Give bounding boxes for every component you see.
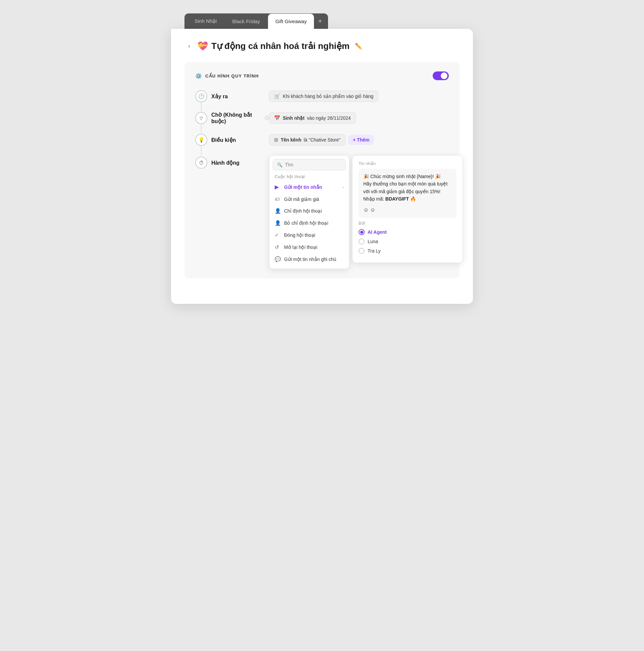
radio-ai-agent [359, 229, 365, 235]
chevron-right-icon: › [342, 185, 344, 189]
agent-option-luna[interactable]: Luna [359, 239, 457, 245]
message-emoji-row: ☺ ☺ [363, 206, 452, 214]
reopen-icon: ↺ [275, 244, 281, 250]
section-title-row: ⚙️ CẤU HÌNH QUY TRÌNH [195, 73, 259, 79]
message-bubble: 🎉 Chúc mừng sinh nhật {Name}! 🎉 Hãy thưở… [359, 169, 457, 218]
connector-line-1 [201, 102, 202, 112]
chip-text-xay-ra: Khi khách hàng bỏ sản phẩm vào giỏ hàng [283, 94, 373, 99]
by-label: Bởi [359, 221, 457, 226]
agent-label-luna: Luna [368, 239, 378, 244]
tab-black-friday[interactable]: Black Friday [225, 14, 268, 29]
dropdown-item-label-chi-dinh: Chỉ định hội thoại [284, 208, 322, 214]
message-label: Tin nhắn [359, 161, 457, 166]
chip-xay-ra[interactable]: 🛒 Khi khách hàng bỏ sản phẩm vào giỏ hàn… [269, 91, 378, 102]
chip-dieu-kien[interactable]: ⊞ Tên kênh là "Chative Store" [269, 134, 345, 146]
row-left-xay-ra: 🕐 Xảy ra [195, 90, 269, 102]
row-cho: ▽ Chờ (Không bắt buộc) ⓘ 📅 Sinh nhật vào… [195, 112, 449, 124]
page-title: Tự động cá nhân hoá trải nghiệm [211, 41, 349, 51]
dropdown-item-mo-lai[interactable]: ↺ Mở lại hội thoại [269, 241, 349, 253]
chip-icon-dieu-kien: ⊞ [274, 137, 278, 143]
main-card: ‹ 💝 Tự động cá nhân hoá trải nghiệm ✏️ ⚙… [171, 29, 473, 304]
back-button[interactable]: ‹ [184, 41, 194, 51]
close-convo-icon: ✓ [275, 232, 281, 238]
info-icon-cho: ⓘ [265, 115, 269, 121]
radio-luna [359, 239, 365, 245]
dropdown-item-bo-chi-dinh[interactable]: 👤 Bỏ chỉ định hội thoại [269, 217, 349, 229]
dropdown-item-label-dong: Đóng hội thoại [284, 232, 315, 238]
row-label-dieu-kien: Điều kiện [211, 137, 236, 143]
tab-gift-giveaway[interactable]: Gift Giveaway [268, 14, 314, 29]
unassign-icon: 👤 [275, 220, 281, 226]
chip-suffix-cho: vào ngày 26/11/2024 [307, 115, 351, 121]
row-dieu-kien: 💡 Điều kiện ⊞ Tên kênh là "Chative Store… [195, 134, 449, 146]
dropdown-item-gui-ma[interactable]: 🏷 Gửi mã giảm giá [269, 193, 349, 205]
add-condition-button[interactable]: + Thêm [348, 135, 374, 145]
dropdown-item-gui-tin[interactable]: ▶ Gửi một tin nhắn › [269, 181, 349, 193]
edit-icon[interactable]: ✏️ [355, 42, 362, 50]
agent-label-tra-ly: Tra Ly [368, 248, 381, 253]
dropdown-item-chi-dinh[interactable]: 👤 Chỉ định hội thoại [269, 205, 349, 217]
message-panel: Tin nhắn 🎉 Chúc mừng sinh nhật {Name}! 🎉… [352, 155, 463, 263]
agent-option-ai[interactable]: AI Agent [359, 229, 457, 235]
connector-line-3 [201, 146, 202, 155]
coupon-code: BDAYGIFT [386, 196, 409, 202]
dropdown-item-label-gui-ma: Gửi mã giảm giá [284, 196, 319, 202]
emoji-smile-1: ☺ [363, 206, 369, 214]
dropdown-group-label: Cuộc hội thoại [269, 173, 349, 181]
tab-bar: Sinh Nhật Black Friday Gift Giveaway + [184, 13, 328, 29]
settings-icon: ⚙️ [195, 73, 202, 79]
dropdown-item-dong[interactable]: ✓ Đóng hội thoại [269, 229, 349, 241]
row-icon-dieu-kien: 💡 [195, 134, 207, 146]
row-icon-hanh-dong: ⏱ [195, 157, 207, 169]
page-emoji: 💝 [197, 41, 208, 51]
radio-tra-ly [359, 248, 365, 254]
assign-icon: 👤 [275, 208, 281, 214]
row-left-cho: ▽ Chờ (Không bắt buộc) ⓘ [195, 112, 269, 124]
config-section: ⚙️ CẤU HÌNH QUY TRÌNH 🕐 Xảy ra 🛒 Khi khá… [184, 62, 460, 278]
coupon-icon: 🏷 [275, 196, 281, 202]
page-header: ‹ 💝 Tự động cá nhân hoá trải nghiệm ✏️ [184, 41, 460, 51]
row-icon-cho: ▽ [195, 112, 207, 124]
agent-option-tra-ly[interactable]: Tra Ly [359, 248, 457, 254]
dropdown-search-wrap: 🔍 [273, 159, 346, 170]
row-icon-xay-ra: 🕐 [195, 90, 207, 102]
chip-prefix-cho: Sinh nhật [283, 115, 305, 121]
search-icon: 🔍 [277, 162, 282, 167]
dropdown-item-label-mo-lai: Mở lại hội thoại [284, 245, 317, 250]
dropdown-item-label-gui-ghi-chu: Gửi một tin nhắn ghi chú [284, 256, 336, 262]
row-label-hanh-dong: Hành động [211, 160, 240, 166]
dropdown-item-label-gui-tin: Gửi một tin nhắn [284, 184, 322, 190]
row-xay-ra: 🕐 Xảy ra 🛒 Khi khách hàng bỏ sản phẩm và… [195, 90, 449, 102]
row-left-dieu-kien: 💡 Điều kiện [195, 134, 269, 146]
chip-icon-xay-ra: 🛒 [274, 93, 280, 99]
row-left-hanh-dong: ⏱ Hành động [195, 155, 269, 169]
action-dropdown: 🔍 Cuộc hội thoại ▶ Gửi một tin nhắn › 🏷 … [269, 155, 349, 269]
tab-add-button[interactable]: + [315, 16, 325, 27]
chip-prefix-dieu-kien: Tên kênh [281, 137, 301, 143]
row-hanh-dong: ⏱ Hành động 🔍 Cuộc hội thoại ▶ [195, 155, 449, 269]
send-message-icon: ▶ [275, 184, 281, 190]
workflow-toggle[interactable] [433, 71, 449, 80]
row-label-cho: Chờ (Không bắt buộc) [211, 112, 259, 124]
chip-icon-cho: 📅 [274, 115, 280, 121]
connector-line-2 [201, 124, 202, 133]
dropdown-item-label-bo-chi-dinh: Bỏ chỉ định hội thoại [284, 220, 328, 226]
agent-label-ai: AI Agent [368, 229, 387, 235]
emoji-smile-2: ☺ [370, 206, 375, 214]
tab-sinh-nhat[interactable]: Sinh Nhật [187, 13, 224, 29]
app-container: Sinh Nhật Black Friday Gift Giveaway + ‹… [171, 13, 473, 304]
section-header: ⚙️ CẤU HÌNH QUY TRÌNH [195, 71, 449, 80]
dropdown-item-gui-ghi-chu[interactable]: 💬 Gửi một tin nhắn ghi chú [269, 253, 349, 265]
section-title: CẤU HÌNH QUY TRÌNH [205, 73, 259, 79]
note-icon: 💬 [275, 256, 281, 262]
chip-cho[interactable]: 📅 Sinh nhật vào ngày 26/11/2024 [269, 112, 356, 124]
dropdown-search-input[interactable] [285, 162, 344, 167]
row-label-xay-ra: Xảy ra [211, 93, 228, 100]
chip-suffix-dieu-kien: là "Chative Store" [304, 137, 340, 143]
